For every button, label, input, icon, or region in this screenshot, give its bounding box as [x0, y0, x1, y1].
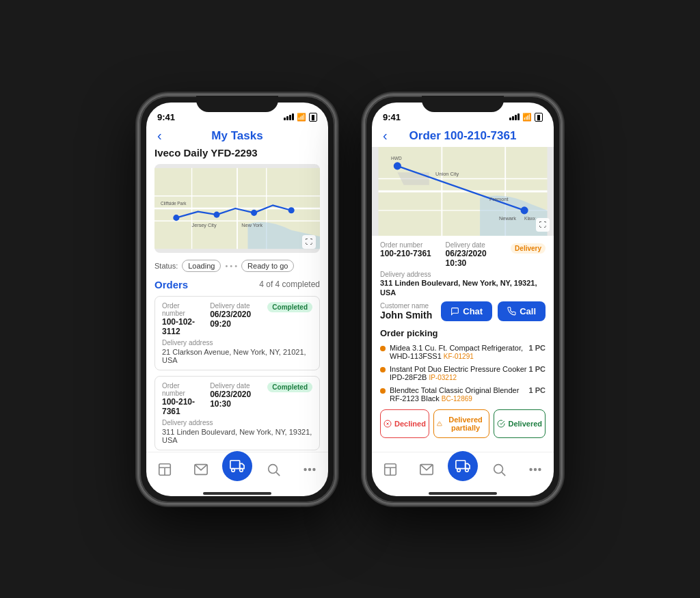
phone-1-frame: 9:41 📶 ▮ ‹ My Tasks	[138, 94, 336, 504]
delivered-partially-button[interactable]: Delivered partially	[433, 409, 490, 438]
badge-completed-2: Completed	[267, 382, 312, 392]
picking-dot-1	[380, 346, 386, 351]
svg-rect-49	[456, 460, 466, 468]
nav-item-search-2[interactable]	[484, 461, 514, 478]
phone-1-screen: 9:41 📶 ▮ ‹ My Tasks	[146, 103, 328, 496]
search-icon-2	[491, 461, 507, 478]
picking-dot-2	[380, 367, 386, 372]
home-indicator-2	[429, 492, 497, 495]
action-btns: Chat Call	[441, 301, 546, 321]
status-label-1: Status:	[154, 262, 178, 270]
customer-name: John Smith	[380, 310, 432, 321]
svg-point-10	[288, 207, 295, 213]
truck-icon-active-2	[448, 451, 478, 481]
nav-item-truck-2[interactable]	[448, 458, 478, 481]
svg-text:Cliffside Park: Cliffside Park	[161, 201, 187, 206]
status-next-1: Ready to go	[241, 260, 294, 272]
nav-item-box-2[interactable]	[375, 461, 405, 478]
more-icon-1	[301, 461, 318, 478]
signal-icon-1	[284, 113, 294, 120]
action-row: Declined Delivered partially Delivered	[380, 409, 546, 438]
svg-text:New York: New York	[241, 222, 262, 228]
order-card-2[interactable]: Order number 100-210-7361 Delivery date …	[154, 376, 320, 450]
battery-icon-1: ▮	[309, 113, 317, 122]
time-2: 9:41	[383, 112, 401, 122]
battery-icon-2: ▮	[535, 113, 543, 122]
order-address-2: 311 Linden Boulevard, New York, NY, 1932…	[162, 428, 312, 444]
more-icon-2	[527, 461, 543, 478]
nav-item-mail-2[interactable]	[412, 461, 442, 478]
call-button[interactable]: Call	[498, 301, 546, 321]
svg-line-22	[276, 472, 280, 476]
nav-item-truck-1[interactable]	[222, 458, 252, 481]
svg-point-52	[494, 464, 503, 473]
status-current-1: Loading	[182, 260, 221, 272]
phone-2: 9:41 📶 ▮ ‹ Order 10	[364, 94, 562, 504]
map-1: Jersey City New York Cliffside Park ⛶	[154, 164, 320, 253]
svg-text:HWD: HWD	[391, 155, 402, 160]
nav-item-search-1[interactable]	[258, 461, 288, 478]
map-expand-2[interactable]: ⛶	[536, 218, 550, 232]
notch-1	[196, 96, 278, 112]
order-meta-1: Order number 100-102-3112 Delivery date …	[162, 302, 312, 336]
home-indicator-1	[203, 492, 271, 495]
svg-point-21	[269, 464, 278, 473]
page-title-1: My Tasks	[211, 129, 262, 143]
phone-2-screen: 9:41 📶 ▮ ‹ Order 10	[372, 103, 554, 496]
declined-button[interactable]: Declined	[380, 409, 429, 438]
back-button-1[interactable]: ‹	[157, 128, 162, 144]
status-icons-1: 📶 ▮	[284, 113, 317, 122]
back-button-2[interactable]: ‹	[383, 128, 388, 144]
order-card-1[interactable]: Order number 100-102-3112 Delivery date …	[154, 296, 320, 370]
wifi-icon-2: 📶	[522, 113, 532, 122]
nav-item-more-2[interactable]	[520, 461, 550, 478]
svg-text:Union City: Union City	[435, 170, 459, 176]
picking-item-1: Midea 3.1 Cu. Ft. Compact Refrigerator, …	[380, 344, 546, 360]
svg-point-34	[521, 206, 528, 214]
svg-point-24	[309, 468, 311, 470]
order-meta-2: Order number 100-210-7361 Delivery date …	[162, 382, 312, 416]
svg-text:Klaxx: Klaxx	[524, 215, 536, 220]
svg-text:Newark: Newark	[499, 215, 516, 221]
phone-2-frame: 9:41 📶 ▮ ‹ Order 10	[364, 94, 562, 504]
delivered-button[interactable]: Delivered	[494, 409, 546, 438]
svg-rect-18	[230, 460, 240, 468]
svg-point-7	[173, 215, 179, 221]
nav-header-1: ‹ My Tasks	[146, 125, 328, 147]
box-icon-1	[157, 461, 173, 478]
nav-item-box-1[interactable]	[150, 461, 180, 478]
svg-text:Jersey City: Jersey City	[192, 222, 217, 228]
svg-point-51	[466, 468, 469, 472]
svg-line-53	[502, 472, 505, 476]
orders-header: Orders 4 of 4 completed	[154, 279, 320, 290]
envelope-icon-2	[418, 461, 435, 478]
bottom-nav-1	[146, 452, 328, 489]
signal-icon-2	[509, 113, 520, 120]
svg-point-55	[535, 468, 537, 470]
orders-title: Orders	[154, 279, 188, 290]
page-title-2: Order 100-210-7361	[409, 129, 517, 143]
svg-point-56	[539, 468, 541, 470]
svg-point-23	[305, 468, 307, 470]
nav-item-mail-1[interactable]	[186, 461, 216, 478]
picking-title: Order picking	[380, 328, 546, 338]
svg-point-9	[251, 209, 257, 215]
time-1: 9:41	[157, 112, 175, 122]
badge-completed-1: Completed	[267, 302, 312, 312]
truck-icon-active-1	[222, 451, 252, 481]
phone-1: 9:41 📶 ▮ ‹ My Tasks	[138, 94, 336, 504]
picking-dot-3	[380, 388, 386, 394]
map-expand-1[interactable]: ⛶	[302, 235, 316, 249]
svg-point-8	[213, 211, 219, 217]
nav-item-more-1[interactable]	[295, 461, 325, 478]
svg-point-25	[313, 468, 315, 470]
picking-item-3: Blendtec Total Classic Original Blender …	[380, 386, 546, 403]
chat-button[interactable]: Chat	[441, 301, 492, 321]
svg-point-20	[240, 468, 243, 472]
svg-point-50	[457, 468, 461, 472]
map-2: Union City Fremont Newark HWD Klaxx ⛶	[372, 147, 554, 236]
wifi-icon-1: 📶	[297, 113, 306, 122]
bottom-nav-2	[372, 452, 554, 489]
nav-header-2: ‹ Order 100-210-7361	[372, 125, 554, 147]
search-icon-1	[265, 461, 282, 478]
